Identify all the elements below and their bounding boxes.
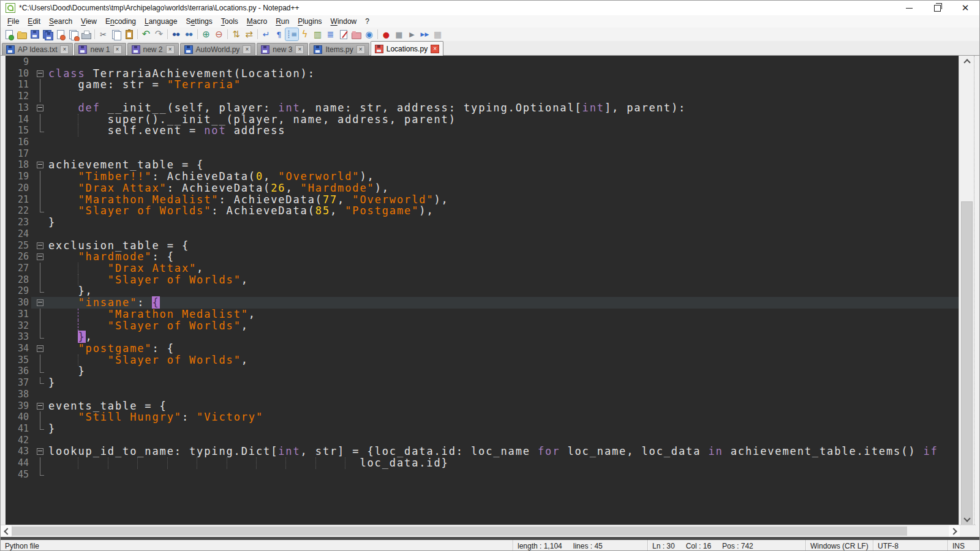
code-line-41[interactable]: 41}: [6, 423, 960, 435]
tab-new-1[interactable]: new 1×: [74, 43, 126, 56]
function-list-button[interactable]: [337, 28, 350, 40]
code-line-40[interactable]: 40 "Still Hungry": "Victory": [6, 411, 960, 423]
document-map-button[interactable]: ▥: [311, 28, 324, 40]
code-line-44[interactable]: 44 loc_data.id}: [6, 457, 960, 469]
tab-close-icon[interactable]: ×: [295, 45, 304, 54]
scroll-up-button[interactable]: [959, 56, 974, 67]
macro-run-multiple-button[interactable]: ▶▶: [418, 28, 431, 40]
menu-tools[interactable]: Tools: [217, 16, 243, 27]
menu-edit[interactable]: Edit: [23, 16, 45, 27]
new-file-button[interactable]: [2, 28, 15, 40]
code-line-26[interactable]: 26 "hardmode": {: [6, 251, 960, 263]
code-line-39[interactable]: 39events_table = {: [6, 400, 960, 412]
tab-close-icon[interactable]: ×: [356, 45, 365, 54]
code-line-29[interactable]: 29 },: [6, 285, 960, 297]
code-line-13[interactable]: 13 def __init__(self, player: int, name:…: [6, 102, 960, 114]
fold-margin[interactable]: [31, 102, 48, 114]
print-button[interactable]: [80, 28, 92, 40]
close-all-button[interactable]: [67, 28, 80, 40]
sync-horizontal-scrolling-button[interactable]: ⇄: [243, 28, 255, 40]
code-line-16[interactable]: 16: [6, 137, 960, 148]
code-line-32[interactable]: 32 "Slayer of Worlds",: [6, 320, 960, 332]
scroll-left-button[interactable]: [1, 525, 12, 537]
undo-button[interactable]: ↶: [140, 28, 153, 40]
define-your-language-button[interactable]: ϟ: [298, 28, 311, 40]
scroll-down-button[interactable]: [959, 514, 974, 525]
status-eol-format[interactable]: Windows (CR LF): [805, 540, 873, 551]
horizontal-scrollbar-thumb[interactable]: [12, 527, 907, 536]
code-line-9[interactable]: 9: [6, 56, 960, 68]
code-line-45[interactable]: 45: [6, 469, 960, 481]
sync-vertical-scrolling-button[interactable]: ⇅: [230, 28, 243, 40]
vertical-scrollbar-thumb[interactable]: [961, 201, 973, 551]
tab-close-icon[interactable]: ×: [243, 45, 251, 54]
zoom-in-button[interactable]: ⊕: [200, 28, 213, 40]
tab-ap-ideas-txt[interactable]: AP Ideas.txt×: [2, 43, 73, 56]
word-wrap-button[interactable]: ↵: [260, 28, 273, 40]
menu-file[interactable]: File: [3, 16, 23, 27]
fold-margin[interactable]: [31, 251, 48, 263]
tab-close-icon[interactable]: ×: [431, 45, 439, 53]
vertical-scrollbar[interactable]: [959, 56, 974, 525]
show-indent-guide-button[interactable]: ┊≡: [285, 28, 298, 40]
save-file-button[interactable]: [28, 28, 41, 40]
tab-items-py[interactable]: Items.py×: [309, 43, 369, 56]
code-line-38[interactable]: 38: [6, 389, 960, 400]
menu-help[interactable]: ?: [361, 16, 374, 27]
menu-macro[interactable]: Macro: [243, 16, 271, 27]
cut-button[interactable]: ✂: [97, 28, 110, 40]
maximize-button[interactable]: [923, 1, 951, 15]
horizontal-scrollbar[interactable]: [1, 525, 976, 537]
code-line-12[interactable]: 12: [6, 91, 960, 102]
macro-play-button[interactable]: ▶: [405, 28, 418, 40]
zoom-out-button[interactable]: ⊖: [213, 28, 225, 40]
menu-plugins[interactable]: Plugins: [293, 16, 326, 27]
paste-button[interactable]: [123, 28, 135, 40]
code-line-22[interactable]: 22 "Slayer of Worlds": AchieveData(85, "…: [6, 205, 960, 217]
scroll-right-button[interactable]: [949, 525, 960, 537]
fold-margin[interactable]: [31, 68, 48, 80]
code-line-23[interactable]: 23}: [6, 217, 960, 228]
fold-margin[interactable]: [31, 240, 48, 252]
code-line-37[interactable]: 37}: [6, 377, 960, 389]
folder-as-workspace-button[interactable]: [350, 28, 363, 40]
monitoring-button[interactable]: ◉: [363, 28, 375, 40]
close-file-button[interactable]: [54, 28, 67, 40]
menu-settings[interactable]: Settings: [181, 16, 216, 27]
code-line-11[interactable]: 11 game: str = "Terraria": [6, 79, 960, 91]
tab-close-icon[interactable]: ×: [166, 45, 175, 54]
fold-margin[interactable]: [31, 343, 48, 354]
tab-new-3[interactable]: new 3×: [257, 43, 308, 56]
redo-button[interactable]: ↷: [153, 28, 165, 40]
code-line-36[interactable]: 36 }: [6, 365, 960, 377]
code-line-15[interactable]: 15 self.event = not address: [6, 125, 960, 137]
minimize-button[interactable]: [895, 1, 923, 15]
code-line-20[interactable]: 20 "Drax Attax": AchieveData(26, "Hardmo…: [6, 182, 960, 194]
menu-window[interactable]: Window: [326, 16, 361, 27]
code-line-27[interactable]: 27 "Drax Attax",: [6, 263, 960, 274]
show-all-characters-button[interactable]: ¶: [273, 28, 285, 40]
tab-close-icon[interactable]: ×: [60, 45, 69, 54]
code-line-17[interactable]: 17: [6, 148, 960, 160]
fold-margin[interactable]: [31, 446, 48, 457]
code-line-35[interactable]: 35 "Slayer of Worlds",: [6, 354, 960, 366]
tab-new-2[interactable]: new 2×: [127, 43, 179, 56]
menu-search[interactable]: Search: [45, 16, 77, 27]
code-line-31[interactable]: 31 "Marathon Medalist",: [6, 309, 960, 320]
tab-close-icon[interactable]: ×: [113, 45, 122, 54]
status-encoding[interactable]: UTF-8: [873, 540, 948, 551]
fold-margin[interactable]: [31, 297, 48, 309]
code-line-25[interactable]: 25exclusion_table = {: [6, 240, 960, 252]
code-line-14[interactable]: 14 super().__init__(player, name, addres…: [6, 114, 960, 126]
code-line-30[interactable]: 30 "insane": {: [6, 297, 960, 309]
code-line-33[interactable]: 33 },: [6, 331, 960, 343]
macro-record-button[interactable]: ●: [380, 28, 393, 40]
code-line-42[interactable]: 42: [6, 435, 960, 446]
open-file-button[interactable]: [15, 28, 28, 40]
code-editor[interactable]: 910class TerrariaAchievement(Location):1…: [1, 56, 960, 525]
macro-save-button[interactable]: ▦: [431, 28, 444, 40]
code-line-19[interactable]: 19 "Timber!!": AchieveData(0, "Overworld…: [6, 171, 960, 182]
code-line-34[interactable]: 34 "postgame": {: [6, 343, 960, 354]
code-line-28[interactable]: 28 "Slayer of Worlds",: [6, 274, 960, 286]
code-line-10[interactable]: 10class TerrariaAchievement(Location):: [6, 68, 960, 80]
